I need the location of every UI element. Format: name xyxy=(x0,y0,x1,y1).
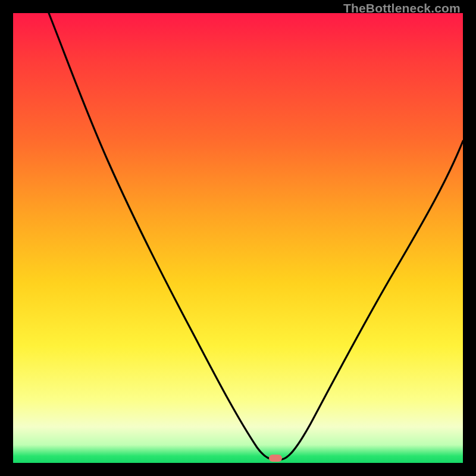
frame-right xyxy=(463,0,476,476)
chart-stage: TheBottleneck.com xyxy=(0,0,476,476)
watermark-text: TheBottleneck.com xyxy=(343,1,461,15)
frame-left xyxy=(0,0,13,476)
bottleneck-curve xyxy=(13,13,463,463)
curve-path xyxy=(49,13,463,459)
minimum-marker xyxy=(269,455,282,462)
plot-area xyxy=(13,13,463,463)
frame-bottom xyxy=(0,463,476,476)
